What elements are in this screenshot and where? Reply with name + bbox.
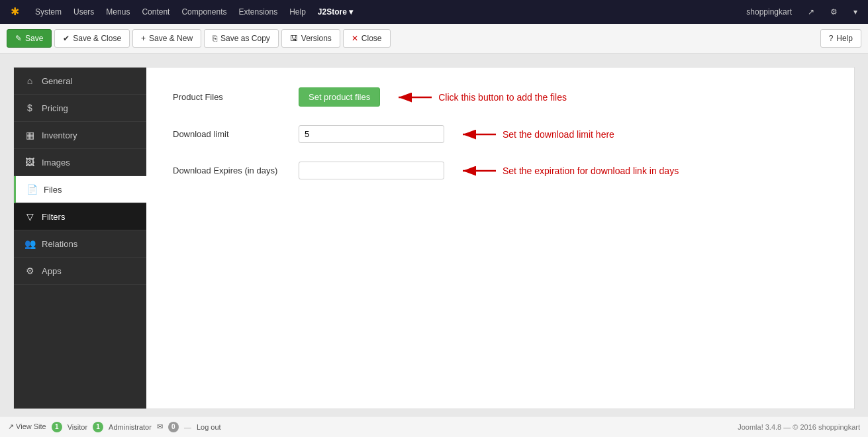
dollar-icon: $	[24, 103, 35, 113]
logout-link[interactable]: Log out	[197, 423, 221, 431]
sidebar-label-files: Files	[44, 185, 62, 195]
product-files-label: Product Files	[173, 92, 299, 102]
main-content: ⌂ General $ Pricing ▦ Inventory 🖼 Images…	[0, 54, 868, 416]
sidebar-item-pricing[interactable]: $ Pricing	[14, 95, 146, 122]
nav-user: shoppingkart	[741, 0, 797, 24]
close-icon: ✕	[352, 34, 358, 43]
images-icon: 🖼	[24, 157, 35, 168]
files-icon: 📄	[26, 184, 37, 195]
panel-container: ⌂ General $ Pricing ▦ Inventory 🖼 Images…	[13, 67, 855, 409]
download-expires-row: Download Expires (in days) Set the expir…	[173, 162, 828, 179]
footer: ↗ View Site 1 Visitor 1 Administrator ✉ …	[0, 416, 868, 437]
save-close-button[interactable]: ✔ Save & Close	[54, 29, 130, 48]
save-copy-button[interactable]: ⎘ Save as Copy	[204, 29, 279, 48]
apps-icon: ⚙	[24, 266, 35, 276]
sidebar-label-apps: Apps	[42, 266, 62, 276]
sidebar-item-inventory[interactable]: ▦ Inventory	[14, 122, 146, 149]
download-limit-annotation: Set the download limit here	[458, 128, 614, 141]
expires-arrow: Set the expiration for download link in …	[458, 164, 679, 177]
filter-icon: ▽	[24, 211, 35, 222]
download-expires-control	[299, 162, 444, 179]
download-limit-control	[299, 125, 444, 143]
sidebar-label-pricing: Pricing	[42, 103, 68, 113]
expires-annotation-text: Set the expiration for download link in …	[503, 166, 679, 176]
copy-icon: ⎘	[213, 34, 217, 43]
files-annotation-text: Click this button to add the files	[438, 92, 567, 103]
save-new-button[interactable]: + Save & New	[132, 29, 201, 48]
plus-icon: +	[141, 34, 146, 43]
check-icon: ✔	[63, 34, 70, 43]
separator: —	[184, 423, 191, 431]
nav-components[interactable]: Components	[176, 0, 232, 24]
limit-annotation-text: Set the download limit here	[503, 129, 614, 140]
top-navigation: ✱ System Users Menus Content Components …	[0, 0, 868, 24]
content-area: Product Files Set product files Click th…	[146, 68, 854, 409]
more-icon: ▾	[848, 0, 863, 24]
left-arrow-limit-icon	[458, 128, 497, 141]
zero-badge: 0	[168, 422, 179, 432]
nav-j2store[interactable]: J2Store ▾	[313, 0, 358, 24]
help-button[interactable]: ? Help	[820, 29, 861, 48]
close-button[interactable]: ✕ Close	[343, 29, 391, 48]
product-files-row: Product Files Set product files Click th…	[173, 87, 828, 107]
versions-button[interactable]: 🖫 Versions	[281, 29, 340, 48]
nav-content[interactable]: Content	[136, 0, 175, 24]
download-limit-input[interactable]	[299, 125, 444, 143]
files-arrow: Click this button to add the files	[393, 91, 567, 104]
view-site-link[interactable]: ↗ View Site	[8, 422, 46, 431]
download-expires-input[interactable]	[299, 162, 444, 179]
inventory-icon: ▦	[24, 130, 35, 140]
sidebar-label-filters: Filters	[42, 212, 65, 222]
limit-arrow: Set the download limit here	[458, 128, 614, 141]
product-files-annotation: Click this button to add the files	[393, 91, 567, 104]
left-arrow-icon	[393, 91, 433, 104]
joomla-icon: ✱	[5, 0, 24, 24]
sidebar-item-filters[interactable]: ▽ Filters	[14, 203, 146, 230]
toolbar: ✎ Save ✔ Save & Close + Save & New ⎘ Sav…	[0, 24, 868, 54]
versions-icon: 🖫	[290, 34, 298, 43]
nav-extensions[interactable]: Extensions	[233, 0, 283, 24]
sidebar-label-general: General	[42, 76, 72, 86]
visitor-label: Visitor	[68, 423, 87, 431]
sidebar-label-images: Images	[42, 158, 70, 168]
sidebar-label-relations: Relations	[42, 239, 77, 249]
sidebar-item-files[interactable]: 📄 Files	[14, 176, 146, 203]
external-site-icon: ↗	[8, 422, 14, 430]
home-icon: ⌂	[24, 75, 35, 86]
download-limit-row: Download limit Set the download limit he…	[173, 125, 828, 143]
admin-label: Administrator	[109, 423, 152, 431]
save-button[interactable]: ✎ Save	[7, 29, 52, 48]
sidebar-label-inventory: Inventory	[42, 130, 77, 140]
version-info: Joomla! 3.4.8 — © 2016 shoppingkart	[738, 423, 860, 431]
visitor-badge: 1	[52, 422, 62, 432]
download-expires-label: Download Expires (in days)	[173, 166, 299, 175]
admin-badge: 1	[93, 422, 103, 432]
save-icon: ✎	[15, 34, 22, 43]
sidebar-item-apps[interactable]: ⚙ Apps	[14, 258, 146, 285]
sidebar-item-relations[interactable]: 👥 Relations	[14, 230, 146, 258]
product-files-control: Set product files	[299, 87, 380, 107]
relations-icon: 👥	[24, 238, 35, 249]
nav-system[interactable]: System	[30, 0, 67, 24]
nav-menus[interactable]: Menus	[101, 0, 135, 24]
left-arrow-expires-icon	[458, 164, 497, 177]
mail-icon: ✉	[157, 422, 163, 431]
sidebar: ⌂ General $ Pricing ▦ Inventory 🖼 Images…	[14, 68, 146, 409]
nav-users[interactable]: Users	[68, 0, 99, 24]
sidebar-item-general[interactable]: ⌂ General	[14, 68, 146, 95]
download-expires-annotation: Set the expiration for download link in …	[458, 164, 679, 177]
toolbar-right: ? Help	[820, 29, 861, 48]
settings-icon[interactable]: ⚙	[825, 0, 843, 24]
external-link-icon[interactable]: ↗	[802, 0, 820, 24]
nav-help[interactable]: Help	[284, 0, 311, 24]
help-icon: ?	[829, 34, 834, 43]
set-product-files-button[interactable]: Set product files	[299, 87, 380, 107]
sidebar-item-images[interactable]: 🖼 Images	[14, 149, 146, 176]
nav-right: shoppingkart ↗ ⚙ ▾	[741, 0, 863, 24]
download-limit-label: Download limit	[173, 129, 299, 139]
